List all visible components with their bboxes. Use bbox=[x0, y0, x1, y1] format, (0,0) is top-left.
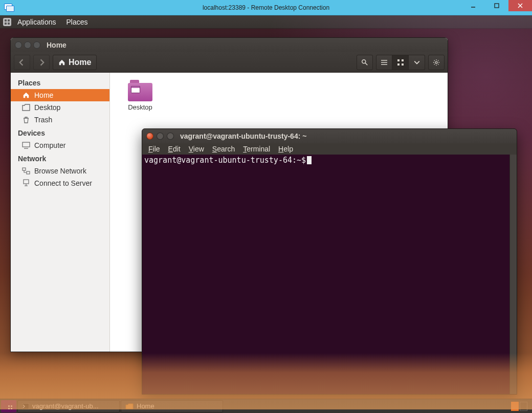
sidebar-item-label: Connect to Server bbox=[34, 179, 92, 187]
close-button[interactable] bbox=[508, 0, 532, 11]
menu-view[interactable]: View bbox=[186, 145, 207, 153]
sidebar-item-computer[interactable]: Computer bbox=[11, 139, 109, 151]
sidebar-item-trash[interactable]: Trash bbox=[11, 114, 109, 126]
file-label: Desktop bbox=[117, 103, 163, 111]
terminal-maximize-icon[interactable] bbox=[167, 133, 174, 140]
terminal-window: vagrant@vagrant-ubuntu-trusty-64: ~ File… bbox=[142, 128, 517, 395]
show-apps-button[interactable] bbox=[1, 400, 16, 412]
sidebar-head-devices: Devices bbox=[11, 126, 109, 139]
computer-icon bbox=[22, 141, 30, 149]
svg-rect-10 bbox=[402, 63, 404, 66]
sidebar-head-places: Places bbox=[11, 76, 109, 89]
folder-icon bbox=[128, 80, 152, 101]
nautilus-title: Home bbox=[47, 41, 66, 49]
view-mode-group bbox=[376, 55, 425, 70]
terminal-minimize-icon[interactable] bbox=[157, 133, 164, 140]
svg-line-17 bbox=[438, 64, 438, 64]
back-button[interactable] bbox=[14, 55, 30, 70]
task-item-label: Home bbox=[137, 402, 154, 410]
list-view-button[interactable] bbox=[376, 55, 392, 70]
minimize-button[interactable] bbox=[461, 0, 485, 11]
svg-rect-22 bbox=[23, 168, 26, 170]
workspace-switcher[interactable] bbox=[511, 402, 528, 411]
gear-icon bbox=[433, 59, 440, 66]
nautilus-toolbar: Home bbox=[11, 52, 448, 73]
gnome-top-panel: Applications Places bbox=[0, 15, 532, 29]
task-item-terminal[interactable]: vagrant@vagrant-ub... bbox=[17, 400, 120, 412]
rdc-title-bar: localhost:23389 - Remote Desktop Connect… bbox=[0, 0, 532, 15]
terminal-titlebar[interactable]: vagrant@vagrant-ubuntu-trusty-64: ~ bbox=[142, 129, 517, 143]
svg-rect-9 bbox=[397, 63, 400, 66]
file-item-desktop[interactable]: Desktop bbox=[117, 80, 163, 111]
task-item-home[interactable]: Home bbox=[121, 400, 223, 412]
menu-file[interactable]: File bbox=[145, 145, 163, 153]
menu-help[interactable]: Help bbox=[275, 145, 296, 153]
forward-button[interactable] bbox=[33, 55, 50, 70]
view-options-button[interactable] bbox=[409, 55, 425, 70]
sidebar-item-browse-network[interactable]: Browse Network bbox=[11, 165, 109, 177]
terminal-close-icon[interactable] bbox=[146, 133, 153, 140]
icon-view-button[interactable] bbox=[392, 55, 409, 70]
server-icon bbox=[22, 179, 30, 187]
network-icon bbox=[22, 167, 30, 175]
task-item-label: vagrant@vagrant-ub... bbox=[32, 402, 99, 410]
nautilus-close-icon[interactable] bbox=[15, 41, 22, 49]
svg-rect-8 bbox=[402, 59, 404, 61]
settings-button[interactable] bbox=[428, 55, 445, 70]
nautilus-titlebar[interactable]: Home bbox=[11, 38, 448, 52]
svg-rect-7 bbox=[397, 59, 400, 61]
svg-rect-24 bbox=[24, 180, 29, 184]
svg-point-11 bbox=[435, 61, 437, 63]
remote-desktop: Applications Places Home Home bbox=[0, 15, 532, 413]
desktop-icon bbox=[22, 103, 30, 112]
menu-terminal[interactable]: Terminal bbox=[240, 145, 273, 153]
svg-rect-20 bbox=[23, 142, 30, 147]
sidebar-item-label: Home bbox=[34, 91, 53, 99]
path-home[interactable]: Home bbox=[53, 55, 97, 70]
menu-edit[interactable]: Edit bbox=[165, 145, 184, 153]
show-apps-icon bbox=[8, 405, 10, 407]
trash-icon bbox=[22, 116, 30, 124]
path-home-label: Home bbox=[69, 58, 91, 67]
nautilus-minimize-icon[interactable] bbox=[24, 41, 31, 49]
svg-point-2 bbox=[362, 59, 366, 63]
svg-line-18 bbox=[434, 64, 435, 64]
home-icon bbox=[58, 59, 65, 66]
svg-rect-1 bbox=[495, 4, 499, 8]
home-icon bbox=[22, 91, 30, 99]
sidebar-item-home[interactable]: Home bbox=[11, 89, 109, 101]
rdc-icon bbox=[4, 3, 14, 13]
grid-icon bbox=[397, 59, 404, 66]
terminal-prompt: vagrant@vagrant-ubuntu-trusty-64:~$ bbox=[144, 156, 306, 165]
svg-line-3 bbox=[365, 62, 367, 64]
folder-icon bbox=[125, 403, 134, 409]
list-icon bbox=[381, 59, 388, 66]
sidebar-item-label: Browse Network bbox=[34, 167, 86, 175]
sidebar-item-label: Computer bbox=[34, 141, 65, 149]
svg-rect-23 bbox=[27, 171, 30, 174]
svg-rect-27 bbox=[22, 403, 29, 409]
search-button[interactable] bbox=[357, 55, 373, 70]
nautilus-maximize-icon[interactable] bbox=[33, 41, 40, 49]
terminal-body[interactable]: vagrant@vagrant-ubuntu-trusty-64:~$ bbox=[142, 155, 509, 394]
search-icon bbox=[361, 59, 368, 66]
nautilus-sidebar: Places Home Desktop Trash Devices Comput… bbox=[11, 73, 110, 352]
terminal-menubar: File Edit View Search Terminal Help bbox=[142, 143, 517, 155]
applications-icon[interactable] bbox=[3, 18, 11, 26]
sidebar-item-desktop[interactable]: Desktop bbox=[11, 101, 109, 114]
terminal-scrollbar[interactable] bbox=[509, 155, 517, 394]
terminal-title: vagrant@vagrant-ubuntu-trusty-64: ~ bbox=[180, 132, 306, 140]
svg-line-16 bbox=[434, 60, 435, 60]
menu-search[interactable]: Search bbox=[209, 145, 238, 153]
sidebar-item-label: Desktop bbox=[34, 103, 60, 112]
applications-menu[interactable]: Applications bbox=[13, 18, 60, 26]
sidebar-item-connect-server[interactable]: Connect to Server bbox=[11, 177, 109, 189]
bottom-taskbar: vagrant@vagrant-ub... Home bbox=[0, 399, 532, 413]
places-menu[interactable]: Places bbox=[62, 18, 92, 26]
chevron-down-icon bbox=[414, 59, 420, 66]
maximize-button[interactable] bbox=[485, 0, 508, 11]
sidebar-head-network: Network bbox=[11, 151, 109, 165]
sidebar-item-label: Trash bbox=[34, 116, 52, 124]
svg-line-19 bbox=[438, 60, 438, 60]
terminal-cursor bbox=[307, 156, 312, 164]
